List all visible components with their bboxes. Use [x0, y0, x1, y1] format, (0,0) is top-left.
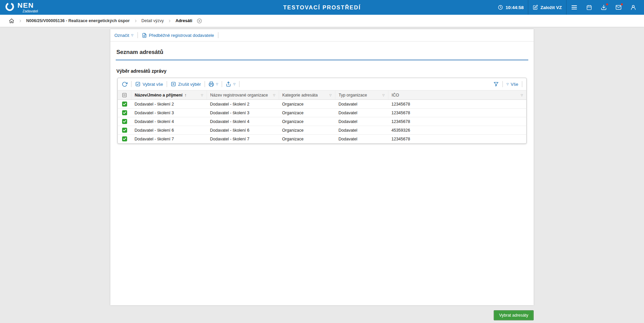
select-addressees-button[interactable]: Vybrat adresáty [494, 310, 534, 320]
select-all-button[interactable]: Vybrat vše [135, 81, 163, 87]
cell-org: Dodavatel - školení 4 [207, 117, 279, 126]
row-checkbox-cell [118, 109, 131, 117]
cell-ico: 12345678 [388, 135, 526, 143]
mark-dropdown[interactable]: Označit ▽ [114, 33, 133, 38]
document-icon [142, 33, 147, 38]
dropdown-icon: ▽ [506, 83, 509, 86]
cell-ico: 12345678 [388, 117, 526, 126]
breadcrumb-item-procedure[interactable]: N006/25/V00005136 - Realizace energetick… [26, 18, 130, 23]
column-header-category[interactable]: Kategorie adresáta ▽ [279, 90, 335, 100]
addressees-table-card: Vybrat vše Zrušit výběr [117, 78, 527, 144]
column-filter-icon[interactable]: ▽ [521, 93, 523, 97]
mark-label: Označit [114, 33, 129, 38]
toolbar-separator [167, 81, 167, 87]
toolbar-separator [239, 81, 239, 87]
cell-org: Dodavatel - školení 3 [207, 109, 279, 117]
panel-actionbar: Označit ▽ Předběžně registrovat dodavate… [110, 29, 534, 42]
calendar-button[interactable] [582, 0, 596, 15]
column-filter-icon[interactable]: ▽ [329, 93, 332, 97]
create-vz-label: Založit VZ [540, 5, 562, 10]
cell-name: Dodavatel - školení 6 [131, 126, 207, 135]
menu-button[interactable] [567, 0, 582, 15]
column-header-ico[interactable]: IČO ▽ [388, 90, 526, 100]
cell-type: Dodavatel [335, 109, 388, 117]
close-circle-icon[interactable] [197, 18, 202, 24]
row-checkbox-checked[interactable] [122, 110, 127, 115]
table-row[interactable]: Dodavatel - školení 3 Dodavatel - školen… [118, 109, 526, 117]
hamburger-icon [571, 4, 578, 11]
cell-org: Dodavatel - školení 2 [207, 100, 279, 109]
check-icon [123, 128, 126, 132]
clock-icon [498, 5, 503, 10]
downloads-button[interactable] [596, 0, 611, 15]
row-checkbox-checked[interactable] [122, 102, 127, 107]
brand-name: NEN [17, 2, 38, 9]
select-column-icon [122, 92, 127, 98]
printer-icon [209, 81, 214, 87]
table-header: Název/Jméno a příjmení ↑ ▽ Název registr… [118, 90, 526, 100]
cell-ico: 12345678 [388, 109, 526, 117]
create-vz-button[interactable]: Založit VZ [528, 0, 566, 15]
row-checkbox-checked[interactable] [122, 136, 127, 141]
edit-icon [533, 5, 538, 10]
cell-org: Dodavatel - školení 7 [207, 135, 279, 143]
table-toolbar: Vybrat vše Zrušit výběr [118, 78, 526, 90]
row-checkbox-checked[interactable] [122, 128, 127, 133]
table-row[interactable]: Dodavatel - školení 4 Dodavatel - školen… [118, 117, 526, 126]
filter-button[interactable] [493, 81, 499, 87]
column-header-org[interactable]: Název registrované organizace ▽ [207, 90, 279, 100]
panel-body: Seznam adresátů Výběr adresátů zprávy [110, 42, 534, 144]
nen-home-link[interactable]: NEN Zadavatel [5, 0, 38, 15]
table-row[interactable]: Dodavatel - školení 7 Dodavatel - školen… [118, 135, 526, 143]
toolbar-separator [522, 81, 522, 87]
cell-name: Dodavatel - školení 3 [131, 109, 207, 117]
print-button[interactable]: ▽ [209, 81, 218, 87]
column-filter-icon[interactable]: ▽ [382, 93, 385, 97]
sort-asc-icon: ↑ [184, 93, 186, 98]
chevron-right-icon [168, 19, 171, 23]
view-all-dropdown[interactable]: ▽ Vše [506, 82, 518, 87]
view-all-label: Vše [511, 82, 518, 87]
column-header-type[interactable]: Typ organizace ▽ [335, 90, 388, 100]
select-all-icon [135, 81, 141, 87]
time-text: 10:44:58 [505, 5, 524, 10]
chevron-right-icon [18, 19, 22, 23]
refresh-icon [122, 81, 127, 87]
messages-button[interactable] [611, 0, 626, 15]
breadcrumb: N006/25/V00005136 - Realizace energetick… [0, 15, 644, 27]
clear-selection-button[interactable]: Zrušit výběr [171, 81, 201, 87]
column-header-name[interactable]: Název/Jméno a příjmení ↑ ▽ [131, 90, 207, 100]
refresh-button[interactable] [122, 81, 127, 87]
dropdown-icon: ▽ [233, 83, 235, 86]
check-icon [123, 111, 126, 115]
nen-logo-icon [5, 2, 15, 12]
table-toolbar-left: Vybrat vše Zrušit výběr [122, 81, 239, 87]
home-icon[interactable] [9, 18, 14, 24]
topbar-actions: 10:44:58 Založit VZ [493, 0, 644, 15]
cell-category: Organizace [279, 126, 335, 135]
toolbar-separator [222, 81, 222, 87]
content-area: Označit ▽ Předběžně registrovat dodavate… [0, 27, 644, 323]
breadcrumb-item-detail[interactable]: Detail výzvy [142, 18, 164, 23]
cell-name: Dodavatel - školení 4 [131, 117, 207, 126]
table-row[interactable]: Dodavatel - školení 2 Dodavatel - školen… [118, 100, 526, 109]
cell-category: Organizace [279, 135, 335, 143]
user-button[interactable] [626, 0, 641, 15]
export-button[interactable]: ▽ [226, 81, 235, 87]
actionbar-separator [218, 32, 218, 38]
preregister-supplier-button[interactable]: Předběžně registrovat dodavatele [142, 33, 214, 38]
cell-type: Dodavatel [335, 135, 388, 143]
table-row[interactable]: Dodavatel - školení 6 Dodavatel - školen… [118, 126, 526, 135]
toolbar-separator [502, 81, 503, 87]
cell-ico: 12345678 [388, 100, 526, 109]
dropdown-icon: ▽ [216, 83, 218, 86]
header-checkbox-column[interactable] [118, 90, 131, 100]
column-filter-icon[interactable]: ▽ [201, 93, 203, 97]
row-checkbox-cell [118, 126, 131, 135]
topbar: NEN Zadavatel TESTOVACÍ PROSTŘEDÍ 10:44:… [0, 0, 644, 15]
column-filter-icon[interactable]: ▽ [273, 93, 275, 97]
cell-ico: 45359326 [388, 126, 526, 135]
toolbar-separator [205, 81, 205, 87]
row-checkbox-checked[interactable] [122, 119, 127, 124]
funnel-icon [493, 81, 499, 87]
